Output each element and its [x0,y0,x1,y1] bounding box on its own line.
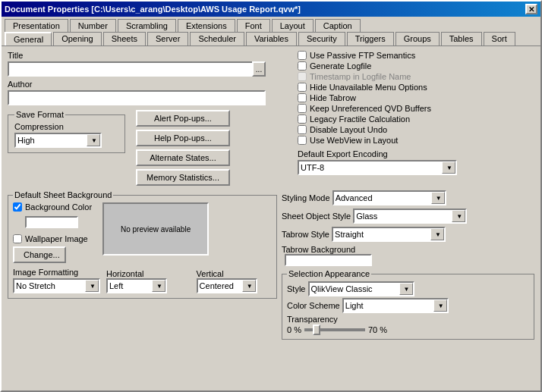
tab-general[interactable]: General [5,32,52,45]
tab-font[interactable]: Font [237,19,270,32]
tab-opening[interactable]: Opening [53,32,102,45]
tab-tables[interactable]: Tables [441,32,482,45]
title-input[interactable] [8,61,252,77]
tab-security[interactable]: Security [298,32,345,45]
use-webview-checkbox[interactable] [298,136,307,145]
image-formatting-label: Image Formatting [13,268,100,277]
alternate-states-button[interactable]: Alternate States... [136,149,230,166]
transparency-slider-thumb[interactable] [313,325,320,335]
generate-logfile-checkbox[interactable] [298,61,307,71]
tab-caption[interactable]: Caption [315,19,361,32]
color-scheme-select-wrapper: Light Dark Custom [342,298,449,313]
disable-layout-undo-label: Disable Layout Undo [310,125,387,134]
tab-sort[interactable]: Sort [484,32,515,45]
horizontal-select[interactable]: Left Center Right [106,278,167,293]
tab-groups[interactable]: Groups [395,32,440,45]
transparency-min: 0 % [287,325,301,334]
compression-label: Compression [14,122,118,131]
left-panel: Title ... Author Save Format Co [8,51,288,186]
disable-layout-undo-checkbox-item: Disable Layout Undo [298,125,534,134]
title-label: Title [8,51,288,60]
bg-color-box[interactable] [25,216,78,228]
export-encoding-section: Default Export Encoding UTF-8 UTF-16 ANS… [298,149,534,175]
timestamp-logfile-checkbox [298,72,307,81]
right-sections: Styling Mode Advanced Standard Sheet Obj… [282,190,534,340]
hide-unavailable-checkbox-item: Hide Unavailable Menu Options [298,83,534,92]
vertical-group: Vertical Centered Top Bottom [197,269,272,293]
alert-popups-button[interactable]: Alert Pop-ups... [136,110,230,127]
default-sheet-bg-legend: Default Sheet Background [13,190,113,199]
wallpaper-label: Wallpaper Image [25,234,88,243]
bg-controls: Background Color Wallpaper Image Change.… [13,202,92,263]
style-select-wrapper: QlikView Classic Checkbox LED Checkbox L… [308,281,414,296]
help-popups-button[interactable]: Help Pop-ups... [136,130,230,146]
hide-tabrow-checkbox[interactable] [298,93,307,102]
color-scheme-select[interactable]: Light Dark Custom [342,298,449,313]
close-button[interactable]: ✕ [525,4,537,14]
sheet-object-style-label: Sheet Object Style [282,212,351,221]
vertical-label: Vertical [197,269,224,278]
change-wallpaper-button[interactable]: Change... [13,246,66,263]
horizontal-label: Horizontal [106,269,144,278]
style-group: Style QlikView Classic Checkbox LED Chec… [287,281,529,296]
legacy-fractile-label: Legacy Fractile Calculation [310,114,410,124]
image-formatting-select[interactable]: No Stretch Stretch Keep Aspect Fill [13,278,100,293]
tab-variables[interactable]: Variables [246,32,297,45]
bg-color-checkbox[interactable] [13,202,22,212]
memory-statistics-button[interactable]: Memory Statistics... [136,169,230,186]
tabrow-bg-label: Tabrow Background [282,245,355,254]
tabrow-style-select-wrapper: Straight Curved [332,227,446,242]
export-encoding-select[interactable]: UTF-8 UTF-16 ANSI [298,160,457,175]
hide-tabrow-label: Hide Tabrow [310,93,356,102]
author-input[interactable] [8,90,266,105]
hide-tabrow-checkbox-item: Hide Tabrow [298,93,534,102]
tab-number[interactable]: Number [70,19,116,32]
tab-scrambling[interactable]: Scrambling [118,19,176,32]
timestamp-logfile-label: Timestamp in Logfile Name [310,72,411,81]
passive-ftp-checkbox[interactable] [298,51,307,60]
tabrow-style-label: Tabrow Style [282,230,329,239]
style-label: Style [287,284,305,293]
styling-mode-select[interactable]: Advanced Standard [332,190,446,205]
keep-unreferenced-checkbox-item: Keep Unreferenced QVD Buffers [298,104,534,113]
styling-mode-group: Styling Mode Advanced Standard [282,190,534,205]
keep-unreferenced-label: Keep Unreferenced QVD Buffers [310,104,431,113]
sheet-object-select[interactable]: Glass Classic Flat [353,209,467,224]
legacy-fractile-checkbox[interactable] [298,114,307,124]
sheet-object-select-wrapper: Glass Classic Flat [353,209,467,224]
title-bar: Document Properties [C:\Users\c_arang\De… [2,2,540,17]
disable-layout-undo-checkbox[interactable] [298,125,307,134]
compression-select[interactable]: High Medium Low None [14,133,102,148]
preview-box: No preview available [102,202,209,256]
title-ellipsis-button[interactable]: ... [252,61,266,77]
passive-ftp-checkbox-item: Use Passive FTP Semantics [298,51,534,60]
tab-server[interactable]: Server [147,32,188,45]
tab-presentation[interactable]: Presentation [5,19,68,32]
horizontal-select-wrapper: Left Center Right [106,278,167,293]
styling-mode-select-wrapper: Advanced Standard [332,190,446,205]
export-encoding-select-wrapper: UTF-8 UTF-16 ANSI [298,160,457,175]
image-formatting-row: Image Formatting No Stretch Stretch Keep… [13,268,272,293]
use-webview-label: Use WebView in Layout [310,136,398,145]
wallpaper-checkbox[interactable] [13,234,22,243]
title-field-group: Title ... [8,51,288,77]
wallpaper-checkbox-item: Wallpaper Image [13,234,92,243]
tab-sheets[interactable]: Sheets [103,32,146,45]
hide-unavailable-checkbox[interactable] [298,83,307,92]
bottom-row: Default Sheet Background Background Colo… [8,190,534,340]
tabrow-bg-color-box[interactable] [285,254,372,266]
tabrow-style-select[interactable]: Straight Curved [332,227,446,242]
style-select[interactable]: QlikView Classic Checkbox LED Checkbox L… [308,281,414,296]
tab-triggers[interactable]: Triggers [347,32,394,45]
vertical-select[interactable]: Centered Top Bottom [197,278,257,293]
bg-inner: Background Color Wallpaper Image Change.… [13,202,272,263]
tab-extensions[interactable]: Extensions [178,19,235,32]
transparency-max: 70 % [368,325,387,334]
tab-scheduler[interactable]: Scheduler [190,32,244,45]
transparency-slider-track[interactable] [304,328,365,331]
hide-unavailable-label: Hide Unavailable Menu Options [310,83,427,92]
sheet-object-style-group: Sheet Object Style Glass Classic Flat [282,209,534,224]
keep-unreferenced-checkbox[interactable] [298,104,307,113]
tab-layout[interactable]: Layout [272,19,314,32]
author-field-group: Author [8,80,288,105]
